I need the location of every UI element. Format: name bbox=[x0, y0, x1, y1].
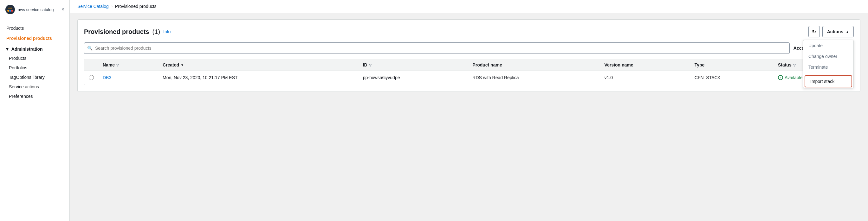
th-product-name: Product name bbox=[468, 59, 600, 71]
row-created-cell: Mon, Nov 23, 2020, 10:21:17 PM EST bbox=[158, 71, 359, 85]
search-input[interactable] bbox=[84, 42, 790, 54]
logo-content: aws aws service catalog bbox=[5, 4, 54, 14]
search-container: 🔍 bbox=[84, 42, 790, 54]
main-content: Service Catalog › Provisioned products P… bbox=[70, 0, 868, 221]
import-stack-label: Import stack bbox=[810, 79, 834, 84]
svg-point-3 bbox=[9, 10, 11, 12]
sidebar: aws aws service catalog × Products Provi… bbox=[0, 0, 70, 221]
actions-button[interactable]: Actions ▲ bbox=[823, 26, 854, 37]
status-check-icon: ✓ bbox=[778, 75, 783, 80]
sidebar-item-admin-products[interactable]: Products bbox=[0, 53, 69, 63]
sidebar-logo: aws aws service catalog × bbox=[0, 0, 69, 19]
arrow-icon: ▼ bbox=[5, 46, 9, 51]
status-label: Available bbox=[785, 75, 803, 80]
actions-label: Actions bbox=[827, 29, 843, 34]
table-body: DB3 Mon, Nov 23, 2020, 10:21:17 PM EST p… bbox=[84, 71, 854, 85]
row-name-cell: DB3 bbox=[98, 71, 158, 85]
card-actions: ↻ Actions ▲ Update Change owner bbox=[808, 26, 854, 37]
breadcrumb-separator: › bbox=[111, 4, 113, 8]
sidebar-nav: Products Provisioned products ▼ Administ… bbox=[0, 19, 69, 105]
sidebar-item-products-label: Products bbox=[6, 26, 24, 31]
page-title: Provisioned products bbox=[84, 28, 149, 35]
dropdown-item-update[interactable]: Update bbox=[803, 40, 854, 51]
logo-text: aws service catalog bbox=[18, 7, 54, 12]
breadcrumb-current: Provisioned products bbox=[115, 4, 157, 9]
svg-point-0 bbox=[5, 5, 15, 14]
breadcrumb-link[interactable]: Service Catalog bbox=[78, 4, 109, 9]
row-product-name-value: RDS with Read Replica bbox=[472, 75, 519, 80]
breadcrumb: Service Catalog › Provisioned products bbox=[70, 0, 868, 13]
service-actions-label: Service actions bbox=[9, 84, 39, 89]
row-product-name-cell: RDS with Read Replica bbox=[468, 71, 600, 85]
admin-products-label: Products bbox=[9, 56, 26, 61]
card-header: Provisioned products (1) Info ↻ Actions … bbox=[84, 26, 854, 37]
row-version-cell: v1.0 bbox=[600, 71, 690, 85]
row-created-value: Mon, Nov 23, 2020, 10:21:17 PM EST bbox=[163, 75, 238, 80]
th-id: ID ▽ bbox=[359, 59, 468, 71]
svg-point-2 bbox=[7, 10, 9, 12]
row-type-value: CFN_STACK bbox=[694, 75, 721, 80]
sort-created-icon[interactable]: ▼ bbox=[181, 63, 184, 67]
dropdown-item-terminate[interactable]: Terminate bbox=[803, 62, 854, 73]
table-header: Name ▽ Created ▼ bbox=[84, 59, 854, 71]
search-bar-row: 🔍 Access Filter Account User Role All bbox=[84, 42, 854, 54]
th-name: Name ▽ bbox=[98, 59, 158, 71]
card-title: Provisioned products (1) Info bbox=[84, 28, 170, 35]
sort-name-icon[interactable]: ▽ bbox=[116, 63, 119, 67]
product-count: (1) bbox=[153, 28, 160, 35]
refresh-icon: ↻ bbox=[812, 29, 816, 35]
sidebar-item-products[interactable]: Products bbox=[0, 23, 69, 33]
row-name-link[interactable]: DB3 bbox=[103, 75, 111, 80]
refresh-button[interactable]: ↻ bbox=[808, 26, 820, 37]
preferences-label: Preferences bbox=[9, 94, 33, 99]
admin-section-header: ▼ Administration bbox=[0, 43, 69, 53]
portfolios-label: Portfolios bbox=[9, 65, 27, 70]
info-link[interactable]: Info bbox=[163, 29, 170, 34]
tagoptions-label: TagOptions library bbox=[9, 75, 45, 80]
terminate-label: Terminate bbox=[808, 65, 828, 70]
provisioned-products-table: Name ▽ Created ▼ bbox=[84, 59, 854, 85]
dropdown-divider bbox=[803, 74, 854, 74]
change-owner-label: Change owner bbox=[808, 54, 837, 59]
sidebar-item-service-actions[interactable]: Service actions bbox=[0, 82, 69, 91]
table-row: DB3 Mon, Nov 23, 2020, 10:21:17 PM EST p… bbox=[84, 71, 854, 85]
update-label: Update bbox=[808, 43, 823, 48]
content-card: Provisioned products (1) Info ↻ Actions … bbox=[78, 19, 860, 92]
dropdown-item-change-owner[interactable]: Change owner bbox=[803, 51, 854, 62]
row-id-cell: pp-huwsa6iyvudpe bbox=[359, 71, 468, 85]
sidebar-item-preferences[interactable]: Preferences bbox=[0, 91, 69, 101]
svg-point-4 bbox=[11, 10, 13, 12]
dropdown-item-import-stack[interactable]: Import stack bbox=[805, 75, 852, 87]
content-area: Provisioned products (1) Info ↻ Actions … bbox=[70, 13, 868, 221]
row-select-cell bbox=[84, 71, 98, 85]
sidebar-item-portfolios[interactable]: Portfolios bbox=[0, 63, 69, 73]
th-version-name: Version name bbox=[600, 59, 690, 71]
close-icon[interactable]: × bbox=[62, 7, 64, 12]
sidebar-item-tagoptions[interactable]: TagOptions library bbox=[0, 73, 69, 82]
row-radio[interactable] bbox=[89, 75, 94, 80]
search-icon: 🔍 bbox=[87, 46, 93, 51]
aws-logo-icon: aws bbox=[5, 4, 15, 14]
row-version-value: v1.0 bbox=[604, 75, 613, 80]
th-select bbox=[84, 59, 98, 71]
sidebar-item-provisioned-products[interactable]: Provisioned products bbox=[0, 33, 69, 43]
th-type: Type bbox=[690, 59, 774, 71]
row-type-cell: CFN_STACK bbox=[690, 71, 774, 85]
th-created: Created ▼ bbox=[158, 59, 359, 71]
admin-label: Administration bbox=[11, 46, 43, 51]
row-id-value: pp-huwsa6iyvudpe bbox=[363, 75, 400, 80]
table-wrapper: Name ▽ Created ▼ bbox=[84, 59, 854, 85]
actions-arrow-icon: ▲ bbox=[846, 30, 849, 34]
sort-id-icon[interactable]: ▽ bbox=[369, 63, 372, 67]
svg-text:aws: aws bbox=[8, 7, 12, 9]
sidebar-item-provisioned-label: Provisioned products bbox=[6, 36, 52, 41]
sort-status-icon[interactable]: ▽ bbox=[793, 63, 796, 67]
actions-dropdown: Update Change owner Terminate Import sta… bbox=[803, 40, 854, 88]
